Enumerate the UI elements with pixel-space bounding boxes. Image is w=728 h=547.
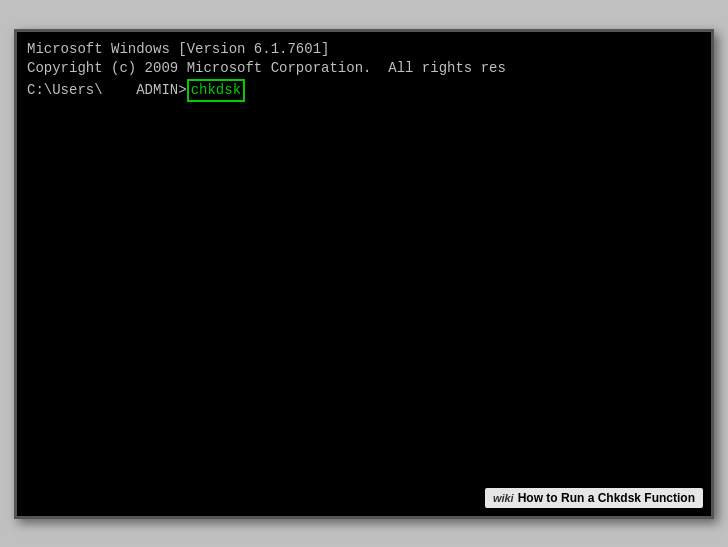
terminal-line-1: Microsoft Windows [Version 6.1.7601]	[27, 40, 701, 60]
terminal-line-2-text: Copyright (c) 2009 Microsoft Corporation…	[27, 59, 506, 79]
terminal-line-2: Copyright (c) 2009 Microsoft Corporation…	[27, 59, 701, 79]
wiki-badge: wiki How to Run a Chkdsk Function	[485, 488, 703, 508]
terminal-line-1-text: Microsoft Windows [Version 6.1.7601]	[27, 40, 329, 60]
terminal-command: chkdsk	[187, 79, 245, 103]
wiki-logo: wiki	[493, 492, 514, 504]
terminal-wrapper: Microsoft Windows [Version 6.1.7601] Cop…	[14, 29, 714, 519]
terminal-prompt: C:\Users\ ADMIN>	[27, 81, 187, 101]
terminal-line-3: C:\Users\ ADMIN>chkdsk	[27, 79, 701, 103]
article-title: How to Run a Chkdsk Function	[518, 491, 695, 505]
outer-container: Microsoft Windows [Version 6.1.7601] Cop…	[0, 0, 728, 547]
terminal-screen[interactable]: Microsoft Windows [Version 6.1.7601] Cop…	[17, 32, 711, 516]
